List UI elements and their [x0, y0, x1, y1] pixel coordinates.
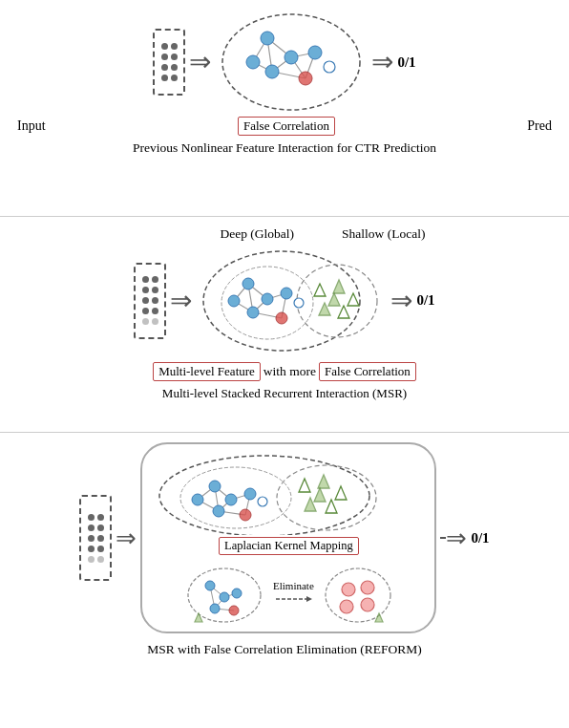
svg-marker-84 — [375, 613, 383, 622]
svg-point-10 — [261, 32, 274, 45]
s1-false-corr-label: False Correlation — [238, 117, 335, 136]
s2-input-block — [134, 263, 166, 339]
svg-point-33 — [276, 312, 287, 324]
svg-point-31 — [281, 288, 292, 299]
svg-marker-61 — [335, 486, 347, 500]
s2-deep-label: Deep (Global) — [221, 226, 295, 242]
svg-point-80 — [342, 583, 355, 596]
svg-marker-76 — [195, 613, 202, 622]
svg-point-54 — [213, 505, 224, 517]
s3-arrow2: ⇒ — [446, 525, 467, 550]
svg-marker-36 — [333, 280, 345, 293]
svg-point-12 — [265, 65, 279, 78]
svg-point-75 — [229, 606, 239, 615]
svg-point-15 — [299, 72, 312, 85]
s3-caption: MSR with False Correlation Elimination (… — [147, 641, 422, 659]
s3-top-svg — [150, 450, 427, 535]
svg-point-41 — [159, 456, 369, 535]
section-2: Deep (Global) Shallow (Local) ⇒ — [0, 217, 569, 434]
s3-pred: 0/1 — [471, 530, 489, 546]
svg-point-55 — [244, 488, 256, 500]
s3-arrow1: ⇒ — [116, 525, 137, 550]
svg-marker-39 — [338, 306, 349, 318]
svg-point-72 — [220, 592, 229, 602]
svg-point-74 — [232, 589, 242, 598]
svg-point-52 — [209, 481, 221, 492]
section-1: ⇒ — [0, 0, 569, 217]
svg-point-73 — [210, 604, 220, 613]
s3-bottom-deep-svg — [181, 561, 267, 626]
svg-point-30 — [247, 307, 259, 318]
s2-false-corr-label: False Correlation — [319, 362, 416, 381]
s2-top-labels: Deep (Global) Shallow (Local) — [10, 226, 559, 242]
s2-multilevel-label: Multi-level Feature — [153, 362, 261, 381]
s1-caption: Previous Nonlinear Feature Interaction f… — [133, 139, 436, 158]
svg-point-34 — [294, 298, 304, 308]
s2-diagram-row: ⇒ — [10, 244, 559, 358]
s2-arrow1: ⇒ — [170, 288, 192, 314]
svg-point-43 — [277, 465, 376, 530]
svg-point-79 — [326, 568, 390, 622]
s1-input-label: Input — [17, 118, 46, 134]
svg-point-53 — [225, 494, 237, 505]
main-container: ⇒ — [0, 0, 569, 728]
svg-point-28 — [242, 278, 254, 289]
s1-pred: 0/1 — [397, 54, 415, 71]
svg-marker-64 — [314, 488, 326, 502]
s1-network-svg — [215, 10, 368, 115]
s3-lkm-label: Laplacian Kernel Mapping — [219, 537, 359, 555]
section-3: ⇒ — [0, 433, 569, 728]
svg-marker-35 — [314, 284, 326, 296]
s2-arrow2: ⇒ — [390, 288, 412, 314]
svg-point-58 — [258, 497, 267, 506]
svg-marker-40 — [328, 293, 340, 306]
svg-point-14 — [246, 55, 260, 69]
svg-point-29 — [262, 293, 273, 305]
s2-with-more-text: with more — [263, 364, 316, 379]
s2-caption: Multi-level Stacked Recurrent Interactio… — [162, 385, 407, 402]
svg-point-32 — [228, 295, 240, 307]
s2-pred: 0/1 — [416, 292, 434, 309]
svg-marker-60 — [318, 475, 329, 488]
svg-point-81 — [361, 581, 374, 594]
svg-point-13 — [308, 46, 322, 59]
s2-shallow-label: Shallow (Local) — [342, 226, 425, 242]
s1-pred-label-text: Pred — [527, 118, 552, 134]
s1-diagram-row: ⇒ — [10, 10, 559, 115]
s2-caption-row: Multi-level Feature with more False Corr… — [153, 362, 416, 381]
s2-network-svg — [196, 244, 387, 358]
svg-marker-78 — [306, 596, 312, 602]
svg-point-16 — [324, 61, 335, 73]
svg-point-82 — [340, 600, 353, 613]
s3-input-block — [79, 495, 112, 581]
svg-point-57 — [240, 509, 251, 521]
svg-point-83 — [361, 598, 374, 611]
s1-arrow1: ⇒ — [189, 49, 211, 75]
svg-marker-63 — [326, 500, 337, 513]
s1-arrow2: ⇒ — [371, 49, 393, 75]
s3-diagram-row: ⇒ — [10, 442, 559, 633]
svg-marker-37 — [348, 293, 359, 306]
svg-point-71 — [205, 581, 215, 590]
svg-marker-59 — [299, 479, 310, 492]
svg-point-11 — [284, 51, 298, 64]
s3-bottom-shallow-svg — [320, 561, 396, 626]
s1-input-block — [153, 29, 185, 96]
s3-dashed-arrow — [274, 591, 312, 607]
s3-eliminate-label: Eliminate — [273, 580, 314, 591]
svg-point-56 — [192, 494, 203, 505]
